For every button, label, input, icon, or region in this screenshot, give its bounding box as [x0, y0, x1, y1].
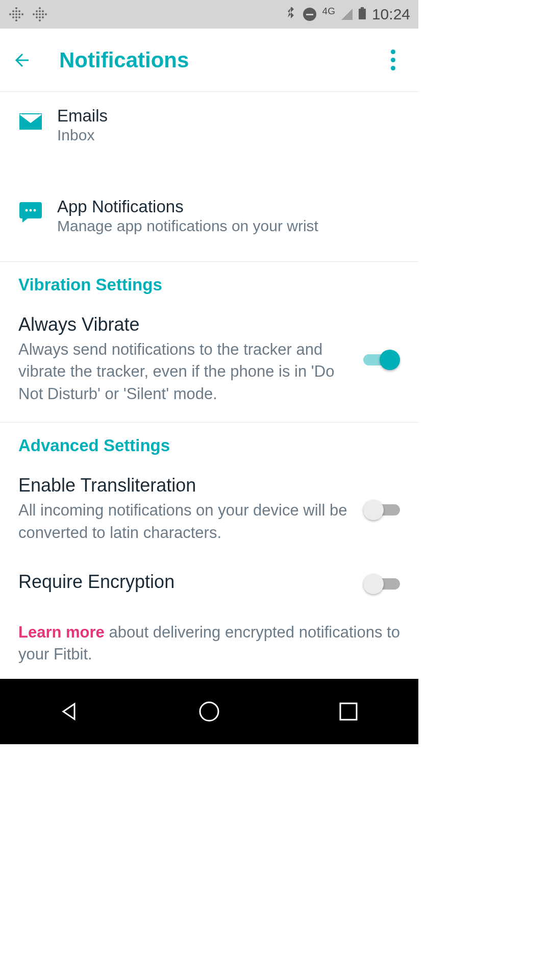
- battery-icon: [359, 7, 366, 21]
- status-right: 4G 10:24: [285, 6, 410, 23]
- page-title: Notifications: [59, 48, 381, 72]
- status-bar: 4G 10:24: [0, 0, 418, 29]
- signal-icon: [341, 9, 353, 20]
- bluetooth-icon: [285, 7, 297, 21]
- app-notifications-subtitle: Manage app notifications on your wrist: [57, 217, 400, 235]
- advanced-section-header: Advanced Settings: [0, 423, 418, 464]
- svg-point-0: [26, 209, 28, 212]
- network-type: 4G: [322, 6, 335, 17]
- encryption-item[interactable]: Require Encryption: [0, 561, 418, 613]
- emails-title: Emails: [57, 106, 400, 126]
- clock-time: 10:24: [372, 6, 410, 23]
- svg-rect-4: [340, 703, 357, 720]
- svg-point-2: [34, 209, 36, 212]
- nav-recent-button[interactable]: [328, 691, 369, 732]
- appbar: Notifications: [0, 29, 418, 92]
- encryption-title: Require Encryption: [18, 571, 353, 593]
- encryption-footer: Learn more about delivering encrypted no…: [0, 613, 418, 679]
- svg-point-1: [30, 209, 32, 212]
- always-vibrate-item[interactable]: Always Vibrate Always send notifications…: [0, 304, 418, 422]
- transliteration-subtitle: All incoming notifications on your devic…: [18, 499, 353, 544]
- transliteration-switch[interactable]: [363, 498, 400, 521]
- nav-home-button[interactable]: [189, 691, 230, 732]
- content-area: Emails Inbox App Notifications Manage ap…: [0, 92, 418, 679]
- emails-item[interactable]: Emails Inbox: [0, 92, 418, 158]
- learn-more-link[interactable]: Learn more: [18, 623, 105, 641]
- always-vibrate-switch[interactable]: [363, 348, 400, 371]
- transliteration-title: Enable Transliteration: [18, 475, 353, 496]
- fitbit-app-icon: [32, 6, 48, 22]
- encryption-switch[interactable]: [363, 572, 400, 595]
- back-button[interactable]: [8, 45, 39, 76]
- fitbit-app-icon: [8, 6, 24, 22]
- overflow-menu-button[interactable]: [381, 48, 405, 72]
- app-notifications-item[interactable]: App Notifications Manage app notificatio…: [0, 183, 418, 249]
- chat-icon: [18, 200, 43, 225]
- always-vibrate-title: Always Vibrate: [18, 314, 353, 335]
- email-icon: [18, 109, 43, 134]
- nav-back-button[interactable]: [49, 691, 90, 732]
- app-notifications-title: App Notifications: [57, 197, 400, 216]
- do-not-disturb-icon: [303, 8, 316, 21]
- always-vibrate-subtitle: Always send notifications to the tracker…: [18, 338, 353, 405]
- emails-subtitle: Inbox: [57, 127, 400, 144]
- vibration-section-header: Vibration Settings: [0, 262, 418, 304]
- status-left: [8, 6, 48, 22]
- svg-point-3: [200, 702, 218, 721]
- transliteration-item[interactable]: Enable Transliteration All incoming noti…: [0, 464, 418, 561]
- navigation-bar: [0, 679, 418, 744]
